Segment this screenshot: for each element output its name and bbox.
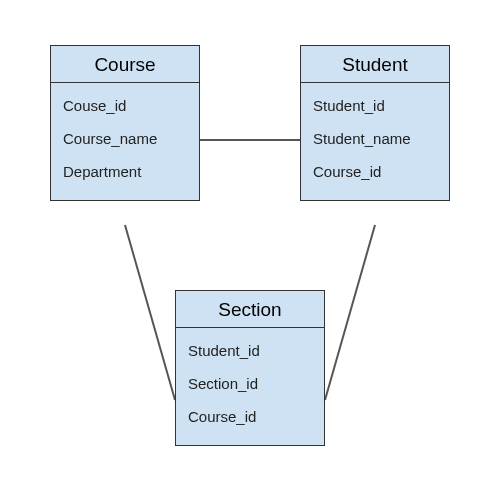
edge-course-section <box>125 225 175 400</box>
entity-student-title: Student <box>301 46 449 83</box>
entity-student-attr: Student_name <box>313 122 437 155</box>
entity-course-attr: Couse_id <box>63 89 187 122</box>
entity-student-attr: Course_id <box>313 155 437 188</box>
entity-section-attr: Course_id <box>188 400 312 433</box>
entity-section-title: Section <box>176 291 324 328</box>
entity-course-attr: Course_name <box>63 122 187 155</box>
entity-section-attr: Student_id <box>188 334 312 367</box>
entity-course: Course Couse_id Course_name Department <box>50 45 200 201</box>
entity-section-attr: Section_id <box>188 367 312 400</box>
er-diagram-canvas: Course Couse_id Course_name Department S… <box>0 0 500 500</box>
edge-student-section <box>325 225 375 400</box>
entity-section: Section Student_id Section_id Course_id <box>175 290 325 446</box>
entity-course-attr: Department <box>63 155 187 188</box>
entity-student: Student Student_id Student_name Course_i… <box>300 45 450 201</box>
entity-course-attrs: Couse_id Course_name Department <box>51 83 199 200</box>
entity-section-attrs: Student_id Section_id Course_id <box>176 328 324 445</box>
entity-student-attrs: Student_id Student_name Course_id <box>301 83 449 200</box>
entity-course-title: Course <box>51 46 199 83</box>
entity-student-attr: Student_id <box>313 89 437 122</box>
